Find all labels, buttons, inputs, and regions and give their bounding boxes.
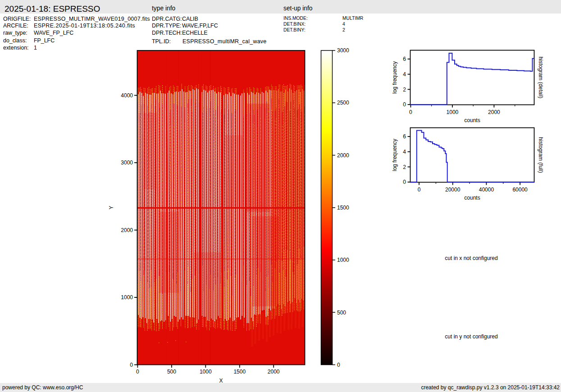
svg-text:0: 0 <box>130 362 133 368</box>
svg-text:500: 500 <box>167 369 176 375</box>
svg-text:histogram (full): histogram (full) <box>538 137 544 173</box>
svg-text:Y: Y <box>108 206 114 210</box>
svg-text:cut in x not configured: cut in x not configured <box>445 255 497 261</box>
svg-text:0: 0 <box>403 101 406 108</box>
svg-text:4000: 4000 <box>121 92 133 99</box>
svg-text:2: 2 <box>403 87 406 93</box>
svg-text:1000: 1000 <box>337 257 349 263</box>
svg-text:0: 0 <box>136 369 139 375</box>
svg-text:0: 0 <box>403 179 406 185</box>
svg-text:1500: 1500 <box>233 369 246 375</box>
svg-text:log frequency: log frequency <box>392 139 398 171</box>
svg-text:2000: 2000 <box>337 152 349 159</box>
svg-text:40000: 40000 <box>479 187 494 193</box>
svg-text:2000: 2000 <box>488 109 500 115</box>
svg-text:counts: counts <box>464 195 480 201</box>
svg-text:2000: 2000 <box>121 227 133 233</box>
svg-text:1000: 1000 <box>200 369 212 375</box>
svg-text:1000: 1000 <box>447 109 459 115</box>
svg-text:0: 0 <box>337 362 340 368</box>
svg-text:0: 0 <box>418 187 421 193</box>
svg-text:0: 0 <box>409 109 412 115</box>
svg-text:2: 2 <box>403 164 406 170</box>
svg-text:4: 4 <box>403 149 406 155</box>
svg-text:3000: 3000 <box>121 160 133 166</box>
svg-text:60000: 60000 <box>512 187 528 193</box>
svg-text:cut in y not configured: cut in y not configured <box>445 333 497 340</box>
svg-text:X: X <box>219 378 223 384</box>
svg-text:2000: 2000 <box>268 369 280 375</box>
svg-text:counts: counts <box>464 117 480 123</box>
svg-text:500: 500 <box>337 310 346 316</box>
svg-text:3000: 3000 <box>337 47 349 54</box>
svg-text:1500: 1500 <box>337 205 349 211</box>
svg-text:2500: 2500 <box>337 100 349 106</box>
svg-text:log frequency: log frequency <box>392 61 398 94</box>
svg-text:1000: 1000 <box>121 294 133 301</box>
svg-text:6: 6 <box>403 56 406 62</box>
svg-text:4: 4 <box>403 71 406 77</box>
svg-text:20000: 20000 <box>445 187 461 193</box>
svg-text:6: 6 <box>403 133 406 140</box>
svg-text:histogram (detail): histogram (detail) <box>538 57 544 99</box>
